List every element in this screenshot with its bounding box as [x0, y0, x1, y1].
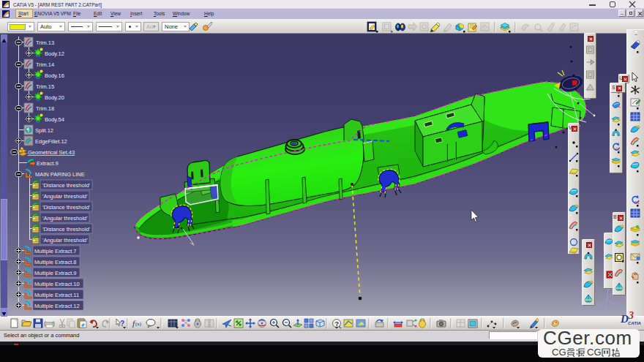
- svg-text:Trim.15: Trim.15: [36, 83, 54, 90]
- svg-text:CATIA: CATIA: [628, 321, 641, 325]
- svg-text:Body.54: Body.54: [45, 116, 64, 123]
- svg-text:Trim.13: Trim.13: [36, 39, 54, 46]
- svg-text:'Angular threshold': 'Angular threshold': [42, 215, 88, 222]
- svg-text:3: 3: [628, 310, 634, 321]
- svg-text:'Distance threshold': 'Distance threshold': [42, 182, 91, 189]
- svg-text:Geometrical Set.43: Geometrical Set.43: [28, 149, 75, 156]
- svg-text:Multiple Extract.12: Multiple Extract.12: [34, 303, 80, 309]
- svg-text:'Angular threshold': 'Angular threshold': [42, 193, 88, 200]
- svg-text:'Distance threshold': 'Distance threshold': [42, 204, 91, 211]
- svg-text:Trim.14: Trim.14: [36, 61, 54, 68]
- svg-text:Body.12: Body.12: [45, 50, 64, 57]
- svg-text:CG: CG: [587, 347, 602, 357]
- svg-text:EdgeFillet.12: EdgeFillet.12: [35, 138, 67, 145]
- svg-text:Trim.18: Trim.18: [36, 105, 54, 112]
- svg-text:?: ?: [335, 320, 340, 328]
- svg-text:Split.12: Split.12: [35, 127, 53, 134]
- svg-text:Extract.9: Extract.9: [37, 160, 59, 167]
- svg-text:Multiple Extract.9: Multiple Extract.9: [34, 270, 77, 276]
- svg-text:Multiple Extract.11: Multiple Extract.11: [34, 292, 79, 298]
- svg-text:'Distance threshold': 'Distance threshold': [42, 226, 91, 233]
- svg-text:Body.16: Body.16: [45, 72, 64, 79]
- svg-text:Body.20: Body.20: [45, 94, 64, 101]
- svg-text:'Angular threshold': 'Angular threshold': [42, 237, 88, 244]
- svg-text:Multiple Extract.7: Multiple Extract.7: [34, 248, 77, 254]
- svg-text:CG: CG: [552, 347, 566, 357]
- svg-text:Multiple Extract.10: Multiple Extract.10: [34, 281, 80, 287]
- svg-text:?: ?: [120, 320, 124, 328]
- svg-text:(x): (x): [135, 321, 142, 327]
- svg-text:Multiple Extract.8: Multiple Extract.8: [34, 259, 77, 265]
- svg-text:MAIN PARING LINE: MAIN PARING LINE: [35, 171, 85, 178]
